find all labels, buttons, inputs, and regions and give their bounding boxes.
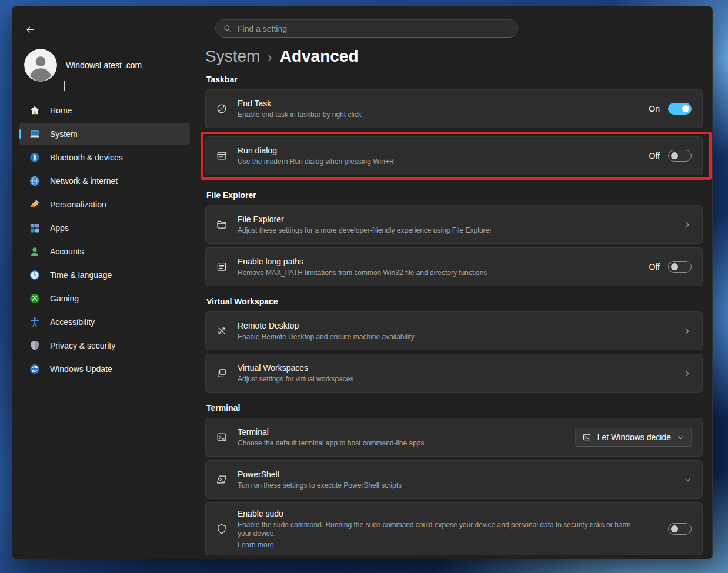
search-icon — [223, 24, 232, 33]
breadcrumb-separator-icon: › — [268, 50, 272, 65]
sidebar-item-label: Privacy & security — [50, 341, 115, 350]
setting-title: File Explorer — [238, 215, 492, 224]
dropdown-label: Let Windows decide — [597, 433, 671, 442]
setting-text: Enable long pathsRemove MAX_PATH limitat… — [238, 257, 487, 277]
setting-row-run-dialog[interactable]: Run dialogUse the modern Run dialog when… — [205, 136, 703, 175]
setting-description: Choose the default terminal app to host … — [238, 439, 425, 448]
setting-row-terminal[interactable]: TerminalChoose the default terminal app … — [205, 418, 703, 457]
virtual-workspaces-icon — [215, 367, 229, 379]
gaming-icon — [29, 293, 41, 304]
setting-title: Terminal — [238, 427, 425, 437]
setting-description: Adjust these settings for a more develop… — [238, 226, 492, 235]
home-icon — [29, 105, 41, 116]
learn-more-link[interactable]: Learn more — [238, 541, 273, 549]
sidebar-item-home[interactable]: Home — [19, 99, 190, 122]
section-title-taskbar: Taskbar — [206, 75, 703, 84]
setting-row-virtual-workspaces[interactable]: Virtual WorkspacesAdjust settings for vi… — [205, 354, 703, 393]
setting-row-remote-desktop[interactable]: Remote DesktopEnable Remote Desktop and … — [205, 311, 703, 350]
setting-row-enable-long-paths[interactable]: Enable long pathsRemove MAX_PATH limitat… — [205, 247, 703, 286]
toggle-knob — [671, 525, 678, 532]
setting-title: End Task — [238, 99, 362, 109]
setting-title: Enable long paths — [238, 257, 487, 267]
setting-title: Remote Desktop — [238, 321, 415, 331]
sidebar-item-label: Apps — [50, 223, 69, 233]
sidebar-item-bluetooth-devices[interactable]: Bluetooth & devices — [19, 146, 190, 169]
sidebar-nav: HomeSystemBluetooth & devicesNetwork & i… — [19, 99, 190, 381]
row-control — [673, 220, 692, 229]
setting-row-enable-sudo[interactable]: Enable sudoEnable the sudo command. Runn… — [205, 502, 703, 555]
setting-row-file-explorer[interactable]: File ExplorerAdjust these settings for a… — [205, 205, 703, 244]
toggle-switch[interactable] — [668, 261, 692, 273]
apps-icon — [29, 222, 41, 234]
toggle-switch[interactable] — [668, 150, 692, 162]
setting-title: Enable sudo — [238, 509, 637, 519]
toggle-switch[interactable] — [668, 103, 692, 115]
setting-text: Remote DesktopEnable Remote Desktop and … — [238, 321, 415, 341]
personalization-icon — [29, 199, 41, 210]
setting-text: Run dialogUse the modern Run dialog when… — [238, 146, 394, 166]
terminal-small-icon — [582, 433, 592, 442]
remote-desktop-icon — [215, 325, 229, 337]
sidebar-item-accessibility[interactable]: Accessibility — [19, 311, 190, 333]
breadcrumb: System › Advanced — [205, 47, 703, 66]
red-highlight-box: Run dialogUse the modern Run dialog when… — [201, 132, 712, 180]
setting-description: Use the modern Run dialog when pressing … — [238, 158, 394, 166]
row-control: Off — [640, 150, 692, 162]
desktop-wallpaper: WindowsLatest .com HomeSystemBluetooth &… — [0, 0, 728, 573]
privacy-icon — [29, 340, 41, 351]
toggle-knob — [671, 263, 678, 270]
selection-indicator — [19, 129, 21, 139]
section-title-virtual-workspace: Virtual Workspace — [206, 297, 703, 306]
setting-title: Virtual Workspaces — [238, 363, 353, 373]
chevron-right-icon — [683, 369, 692, 378]
row-control — [673, 369, 692, 378]
setting-row-powershell[interactable]: PowerShellTurn on these settings to exec… — [205, 460, 703, 499]
sidebar-item-system[interactable]: System — [19, 123, 190, 145]
row-control: Off — [640, 261, 692, 273]
row-control — [674, 476, 692, 484]
sidebar-item-time-language[interactable]: Time & language — [19, 264, 190, 286]
setting-description: Enable end task in taskbar by right clic… — [238, 110, 362, 119]
toggle-state-label: Off — [649, 262, 660, 272]
file-explorer-icon — [215, 219, 229, 230]
terminal-app-dropdown[interactable]: Let Windows decide — [575, 428, 692, 447]
sidebar-item-network-internet[interactable]: Network & internet — [19, 170, 190, 192]
setting-description: Remove MAX_PATH limitations from common … — [238, 269, 487, 277]
search-input[interactable] — [215, 19, 518, 38]
sidebar-item-personalization[interactable]: Personalization — [19, 193, 190, 216]
row-control: Let Windows decide — [566, 428, 692, 447]
sidebar: WindowsLatest .com HomeSystemBluetooth &… — [12, 6, 195, 559]
section-title-terminal: Terminal — [206, 403, 703, 413]
setting-description: Adjust settings for virtual workspaces — [238, 375, 353, 384]
sidebar-item-windows-update[interactable]: Windows Update — [19, 358, 190, 380]
row-control — [650, 523, 692, 535]
setting-text: File ExplorerAdjust these settings for a… — [238, 215, 492, 235]
sidebar-item-apps[interactable]: Apps — [19, 217, 190, 239]
setting-row-end-task[interactable]: End TaskEnable end task in taskbar by ri… — [205, 89, 703, 128]
sidebar-item-label: Bluetooth & devices — [50, 153, 123, 162]
sidebar-item-label: Windows Update — [50, 364, 112, 374]
accessibility-icon — [29, 316, 41, 328]
sidebar-item-label: Home — [50, 106, 72, 115]
breadcrumb-system[interactable]: System — [205, 47, 260, 66]
toggle-knob — [682, 105, 689, 112]
toggle-switch[interactable] — [668, 523, 692, 535]
settings-sections: TaskbarEnd TaskEnable end task in taskba… — [205, 75, 703, 555]
setting-text: End TaskEnable end task in taskbar by ri… — [238, 99, 362, 119]
user-profile[interactable]: WindowsLatest .com — [24, 49, 142, 82]
sidebar-item-gaming[interactable]: Gaming — [19, 287, 190, 310]
sidebar-item-label: Time & language — [50, 270, 112, 280]
system-icon — [29, 128, 41, 140]
end-task-icon — [215, 103, 229, 115]
setting-title: PowerShell — [238, 470, 402, 480]
sidebar-item-label: Personalization — [50, 200, 106, 209]
page-title: Advanced — [280, 47, 359, 66]
toggle-state-label: Off — [649, 151, 660, 160]
accounts-icon — [29, 246, 41, 257]
search-box — [215, 19, 518, 38]
chevron-down-icon — [684, 476, 692, 484]
sidebar-item-privacy-security[interactable]: Privacy & security — [19, 334, 190, 357]
run-dialog-icon — [215, 150, 229, 162]
sidebar-item-accounts[interactable]: Accounts — [19, 240, 190, 263]
bluetooth-icon — [29, 152, 41, 163]
